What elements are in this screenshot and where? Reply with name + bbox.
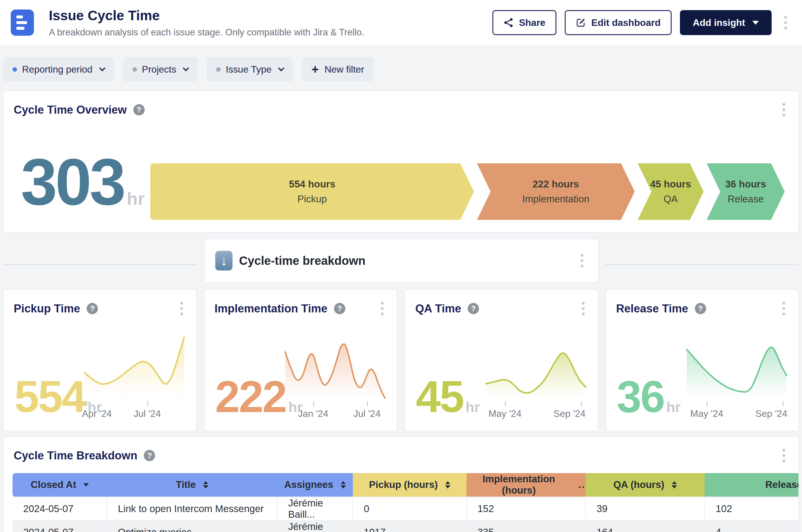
share-button-label: Share bbox=[519, 17, 545, 28]
cycle-time-breakdown-table-card: Cycle Time Breakdown ? Closed AtTitleAss… bbox=[3, 436, 799, 532]
help-icon[interactable]: ? bbox=[334, 303, 345, 314]
column-header-closed-at[interactable]: Closed At bbox=[13, 473, 107, 497]
help-icon[interactable]: ? bbox=[144, 450, 155, 461]
table-cell: Jérémie Baill... bbox=[277, 520, 353, 532]
table-cell: 152 bbox=[466, 497, 585, 520]
sort-icon bbox=[203, 481, 208, 489]
filter-label: Reporting period bbox=[22, 64, 93, 75]
axis-tick bbox=[367, 401, 368, 406]
card-title: Implementation Time bbox=[215, 302, 328, 315]
app-logo-menu-icon[interactable] bbox=[11, 10, 34, 36]
header-kebab-menu[interactable] bbox=[780, 13, 791, 33]
axis-tick-label: Sep '24 bbox=[554, 408, 585, 419]
filter-issue-type[interactable]: Issue Type bbox=[207, 57, 293, 81]
axis-tick-label: Jul '24 bbox=[134, 408, 161, 419]
help-icon[interactable]: ? bbox=[468, 303, 479, 314]
cycle-funnel-chart: 554 hoursPickup222 hoursImplementation45… bbox=[150, 163, 785, 220]
stage-hours: 45hr bbox=[416, 374, 480, 419]
card-title: Release Time bbox=[616, 302, 688, 315]
table-cell: Optimize queries bbox=[107, 520, 277, 532]
help-icon[interactable]: ? bbox=[133, 104, 145, 115]
axis-tick bbox=[505, 401, 506, 406]
card-kebab-menu[interactable] bbox=[578, 299, 589, 318]
sparkline-chart bbox=[687, 334, 786, 399]
axis-tick-label: Jul '24 bbox=[353, 408, 381, 419]
table-row[interactable]: 2024-05-07Optimize queriesJérémie Baill.… bbox=[13, 520, 798, 532]
column-header-label: QA (hours) bbox=[613, 479, 664, 490]
column-header-implementation-hours[interactable]: Implementation (hours).. bbox=[466, 473, 585, 497]
add-insight-button-label: Add insight bbox=[693, 17, 745, 28]
add-insight-button[interactable]: Add insight bbox=[680, 10, 772, 35]
help-icon[interactable]: ? bbox=[695, 303, 706, 314]
card-kebab-menu[interactable] bbox=[377, 299, 388, 318]
stage-hours: 554hr bbox=[14, 374, 102, 419]
column-header-qa-hours[interactable]: QA (hours) bbox=[585, 473, 705, 497]
card-kebab-menu[interactable] bbox=[778, 100, 789, 120]
stage-hours: 36hr bbox=[617, 374, 681, 419]
stage-hours-unit: hr bbox=[666, 399, 680, 415]
column-header-title[interactable]: Title bbox=[107, 473, 277, 497]
sparkline-chart bbox=[486, 334, 586, 399]
card-kebab-menu[interactable] bbox=[778, 446, 789, 466]
header: Issue Cycle Time A breakdown analysis of… bbox=[0, 0, 802, 45]
stage-hours-value: 222 bbox=[215, 374, 286, 419]
filter-label: Issue Type bbox=[226, 64, 272, 75]
column-header-assignees[interactable]: Assignees bbox=[277, 473, 353, 497]
filter-dot bbox=[132, 67, 137, 72]
axis-tick-label: May '24 bbox=[690, 408, 723, 419]
edit-icon bbox=[576, 18, 586, 28]
total-cycle-time-value: 303 bbox=[21, 149, 124, 215]
funnel-segment-label: Release bbox=[728, 193, 764, 205]
column-header-release-hours[interactable]: Release (hours) bbox=[705, 473, 798, 497]
edit-dashboard-button[interactable]: Edit dashboard bbox=[565, 10, 672, 35]
header-titles: Issue Cycle Time A breakdown analysis of… bbox=[49, 7, 492, 38]
x-axis: May '24Sep '24 bbox=[486, 401, 586, 424]
axis-tick-label: Sep '24 bbox=[755, 408, 787, 419]
table-cell: 164 bbox=[585, 520, 705, 532]
table-cell: Jérémie Baill... bbox=[277, 497, 353, 520]
funnel-segment-label: QA bbox=[664, 193, 678, 205]
release-time-card: Release Time?May '24Sep '2436hr bbox=[605, 289, 799, 432]
table-cell: 0 bbox=[353, 497, 466, 520]
card-kebab-menu[interactable] bbox=[176, 299, 187, 318]
chevron-down-icon bbox=[183, 65, 189, 71]
table-cell: 2024-05-07 bbox=[13, 497, 107, 520]
chevron-down-icon bbox=[752, 21, 759, 25]
table-cell: 335 bbox=[466, 520, 585, 532]
funnel-segment-hours: 554 hours bbox=[289, 178, 336, 190]
filter-reporting-period[interactable]: Reporting period bbox=[3, 57, 114, 81]
funnel-segment-label: Implementation bbox=[522, 193, 590, 205]
share-icon bbox=[503, 18, 514, 28]
sort-icon bbox=[445, 481, 450, 489]
axis-tick bbox=[313, 401, 314, 406]
column-header-pickup-hours[interactable]: Pickup (hours) bbox=[353, 473, 466, 497]
axis-tick bbox=[147, 401, 148, 406]
card-title: Cycle Time Overview bbox=[14, 103, 127, 116]
axis-tick bbox=[707, 401, 708, 406]
help-icon[interactable]: ? bbox=[87, 303, 98, 314]
stage-hours-unit: hr bbox=[466, 399, 480, 415]
filter-projects[interactable]: Projects bbox=[123, 57, 198, 81]
cycle-time-breakdown-header-card: ↓ Cycle-time breakdown bbox=[204, 239, 599, 283]
filter-label: Projects bbox=[142, 64, 176, 75]
table-cell: 4 bbox=[705, 520, 798, 532]
card-kebab-menu[interactable] bbox=[778, 299, 789, 318]
stage-hours-value: 36 bbox=[617, 374, 664, 419]
cycle-time-overview-card: Cycle Time Overview ? 303 hr 554 hoursPi… bbox=[3, 91, 799, 233]
table-cell: 102 bbox=[705, 497, 798, 520]
axis-tick bbox=[783, 401, 784, 406]
table-cell: 2024-05-07 bbox=[13, 520, 107, 532]
share-button[interactable]: Share bbox=[492, 10, 556, 35]
column-header-label: Implementation (hours) bbox=[466, 473, 571, 496]
cycle-time-table: Closed AtTitleAssigneesPickup (hours)Imp… bbox=[13, 473, 798, 532]
funnel-segment-pickup: 554 hoursPickup bbox=[150, 163, 474, 220]
funnel-segment-release: 36 hoursRelease bbox=[707, 163, 785, 220]
chevron-down-icon bbox=[99, 65, 105, 71]
card-kebab-menu[interactable] bbox=[576, 251, 587, 270]
column-header-label: Title bbox=[176, 479, 195, 490]
sort-desc-icon bbox=[83, 483, 89, 487]
table-cell: 39 bbox=[585, 497, 705, 520]
table-row[interactable]: 2024-05-07Link to open Intercom Messenge… bbox=[13, 497, 798, 520]
new-filter-button[interactable]: + New filter bbox=[302, 57, 374, 81]
total-cycle-time-unit: hr bbox=[127, 188, 145, 209]
